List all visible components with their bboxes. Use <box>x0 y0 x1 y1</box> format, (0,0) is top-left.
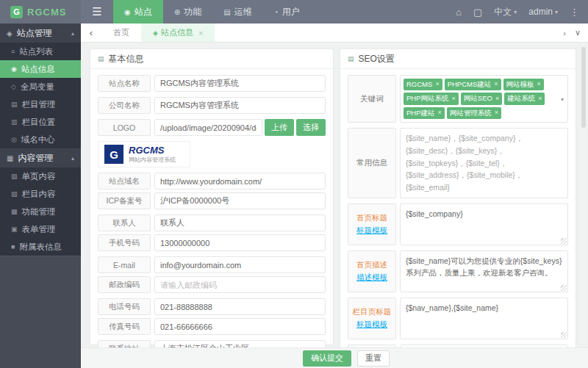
keyword-tag[interactable]: 网站模板× <box>503 79 544 90</box>
scrollbar[interactable] <box>581 47 586 344</box>
site-info-icon: ◉ <box>11 65 17 73</box>
sidebar-item-function-mgmt[interactable]: ▩ 功能管理 <box>0 203 81 220</box>
contact-person-input[interactable] <box>154 214 326 231</box>
sidebar-item-domain-center[interactable]: ◎ 域名中心 <box>0 131 81 148</box>
form-row: 邮政编码 <box>98 276 326 293</box>
group-label: 内容管理 <box>18 152 53 165</box>
sidebar-item-global-vars[interactable]: ◇ 全局变量 <box>0 78 81 95</box>
keyword-tag[interactable]: 建站系统× <box>504 93 545 104</box>
zip-code-input[interactable] <box>154 276 326 293</box>
common-variables-text: {$site_name}，{$site_company}，{$site_desc… <box>400 128 568 198</box>
home-title-textarea[interactable]: {$site_company} <box>400 203 568 245</box>
sidebar-item-column-content[interactable]: ▨ 栏目内容 <box>0 185 81 203</box>
tab-bar: ‹ 首页 ◈ 站点信息 × › ∨ <box>81 24 588 43</box>
sidebar-group-site-mgmt[interactable]: ◈ 站点管理 ▴ <box>0 24 81 43</box>
field-label: 联系人 <box>98 214 151 231</box>
seo-form: 关键词 RGCMS× PHPCMS建站× 网站模板× PHP网站系统× 网站SE… <box>340 69 576 368</box>
home-desc-textarea[interactable]: {$site_name}可以为您提供专业的{$site_keys}系列产品，质量… <box>400 250 568 292</box>
remove-tag-icon[interactable]: × <box>438 109 442 118</box>
more-icon[interactable]: ⋮ <box>570 7 579 18</box>
submit-button[interactable]: 确认提交 <box>303 350 351 367</box>
sidebar-group-content-mgmt[interactable]: ▦ 内容管理 ▴ <box>0 148 81 167</box>
sidebar-item-form-mgmt[interactable]: ▣ 表单管理 <box>0 220 81 238</box>
close-tab-icon[interactable]: × <box>198 29 203 37</box>
remove-tag-icon[interactable]: × <box>538 95 542 104</box>
sidebar-item-column-mgmt[interactable]: ▤ 栏目管理 <box>0 95 81 113</box>
remove-tag-icon[interactable]: × <box>495 95 499 104</box>
language-label: 中文 <box>494 6 512 18</box>
keywords-input[interactable]: RGCMS× PHPCMS建站× 网站模板× PHP网站系统× 网站SEO× 建… <box>400 75 568 123</box>
column-title-textarea[interactable]: {$nav_name},{$site_name} <box>400 297 568 339</box>
user-dropdown[interactable]: admin ▾ <box>528 7 558 17</box>
sidebar-item-attached-table[interactable]: ■ 附属表信息 <box>0 238 81 256</box>
keyword-tag[interactable]: 网站SEO× <box>461 93 502 104</box>
nav-item-site[interactable]: ◉ 站点 <box>113 0 163 24</box>
home-icon[interactable]: ⌂ <box>456 7 462 18</box>
nav-label: 功能 <box>184 6 201 18</box>
brand-logo[interactable]: G RGCMS <box>0 0 81 24</box>
item-label: 功能管理 <box>22 206 56 217</box>
keyword-tag[interactable]: PHP建站× <box>404 107 445 119</box>
mobile-number-input[interactable] <box>154 234 326 251</box>
keyword-tag[interactable]: 网站管理系统× <box>447 107 501 119</box>
column-content-icon: ▨ <box>11 190 18 198</box>
remove-tag-icon[interactable]: × <box>452 95 456 104</box>
keyword-tag[interactable]: PHPCMS建站× <box>445 79 501 90</box>
remove-tag-icon[interactable]: × <box>494 80 498 89</box>
sidebar-item-site-info[interactable]: ◉ 站点信息 <box>0 60 81 78</box>
remove-tag-icon[interactable]: × <box>495 109 498 118</box>
tabs-scroll-right-icon[interactable]: › <box>563 29 566 37</box>
choose-button[interactable]: 选择 <box>296 119 326 136</box>
icp-number-input[interactable] <box>154 192 326 209</box>
logo-path-input[interactable] <box>154 119 262 136</box>
upload-button[interactable]: 上传 <box>265 119 294 136</box>
field-label: 栏目页标题 标题模板 <box>348 297 396 339</box>
caret-down-icon: ▾ <box>555 9 558 15</box>
tab-site-info[interactable]: ◈ 站点信息 × <box>141 24 215 42</box>
site-icon: ◉ <box>124 8 131 16</box>
scrollbar-thumb[interactable] <box>581 47 586 128</box>
sidebar-item-single-page[interactable]: ▧ 单页内容 <box>0 167 81 185</box>
nav-item-feature[interactable]: ⊕ 功能 <box>163 0 212 24</box>
form-row: 栏目页标题 标题模板 {$nav_name},{$site_name} <box>348 297 568 339</box>
tag-icon: ◈ <box>153 29 158 37</box>
tab-home[interactable]: 首页 <box>101 24 141 42</box>
function-mgmt-icon: ▩ <box>11 208 18 215</box>
item-label: 栏目管理 <box>22 99 56 110</box>
global-vars-icon: ◇ <box>11 83 16 90</box>
form-row: 手机号码 <box>98 234 326 251</box>
keyword-tag[interactable]: PHP网站系统× <box>404 93 459 104</box>
column-title-template-link[interactable]: 标题模板 <box>356 320 387 330</box>
language-dropdown[interactable]: 中文 ▾ <box>494 6 517 18</box>
nav-item-user[interactable]: ◔ 用户 <box>263 0 311 24</box>
item-label: 单页内容 <box>22 171 56 182</box>
nav-label: 用户 <box>282 6 300 18</box>
fullscreen-icon[interactable]: ▢ <box>473 7 482 18</box>
menu-toggle-icon[interactable]: ☰ <box>81 0 113 24</box>
telephone-input[interactable] <box>154 298 326 315</box>
sidebar-item-column-position[interactable]: ▥ 栏目位置 <box>0 113 81 131</box>
site-name-input[interactable] <box>154 75 326 92</box>
field-label: 常用信息 <box>348 128 396 198</box>
home-title-label: 首页标题 <box>356 213 387 223</box>
sidebar: ◈ 站点管理 ▴ ≡ 站点列表 ◉ 站点信息 ◇ 全局变量 ▤ 栏目管理 ▥ <box>0 24 81 368</box>
tabs-scroll-left-icon[interactable]: ‹ <box>81 24 101 42</box>
form-row: 传真号码 <box>98 318 326 335</box>
sidebar-item-site-list[interactable]: ≡ 站点列表 <box>0 43 81 60</box>
fax-number-input[interactable] <box>154 318 326 335</box>
home-title-template-link[interactable]: 标题模板 <box>356 226 387 236</box>
keyword-tag[interactable]: RGCMS× <box>404 79 442 90</box>
remove-tag-icon[interactable]: × <box>435 80 439 89</box>
home-desc-template-link[interactable]: 描述模板 <box>356 273 387 283</box>
form-row: E-mail <box>98 256 326 273</box>
remove-tag-icon[interactable]: × <box>537 80 541 89</box>
reset-button[interactable]: 重置 <box>357 350 390 367</box>
company-name-input[interactable] <box>154 97 326 114</box>
keywords-caret-icon[interactable]: ▾ <box>561 95 564 102</box>
tabs-menu-icon[interactable]: ∨ <box>575 28 581 37</box>
form-row: LOGO 上传 选择 <box>98 119 326 136</box>
site-domain-input[interactable] <box>154 173 326 190</box>
feature-icon: ⊕ <box>174 8 180 16</box>
nav-item-ops[interactable]: ▤ 运维 <box>212 0 262 24</box>
email-input[interactable] <box>154 256 326 273</box>
